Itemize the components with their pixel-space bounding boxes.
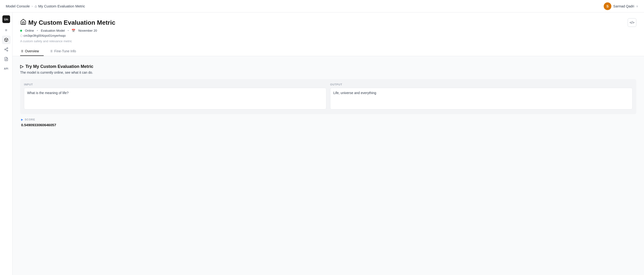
score-label: SCORE [25, 118, 35, 121]
tab-fine-tune-label: Fine-Tune Info [54, 49, 76, 53]
try-title: ▷ Try My Custom Evaluation Metric [20, 64, 636, 69]
tab-overview-icon [20, 50, 24, 53]
cube-icon [4, 38, 8, 42]
input-panel: INPUT [24, 83, 326, 110]
user-menu[interactable]: S Sarmad Qadri ∨ [604, 2, 638, 10]
tab-fine-tune-info[interactable]: Fine-Tune Info [50, 47, 81, 56]
io-grid: INPUT OUTPUT [24, 83, 632, 110]
sidebar: Un ≡ [0, 12, 12, 275]
breadcrumb-parent[interactable]: Model Console [6, 4, 30, 8]
score-arrow-icon: ▶ [21, 118, 23, 121]
user-name: Sarmad Qadri [613, 4, 634, 8]
score-value: 0.5490933060646057 [21, 123, 635, 127]
output-panel: OUTPUT [330, 83, 632, 110]
play-icon: ▷ [20, 64, 24, 69]
sidebar-item-layers[interactable]: ≡ [2, 26, 10, 34]
breadcrumb: Model Console › ⌂ My Custom Evaluation M… [6, 4, 85, 8]
id-icon: ⬡ [20, 34, 22, 38]
meta-row: Online • Evaluation Model • 📅 November 2… [20, 29, 636, 32]
top-nav: Model Console › ⌂ My Custom Evaluation M… [0, 0, 644, 12]
main-layout: Un ≡ [0, 12, 644, 275]
score-header[interactable]: ▶ SCORE [21, 118, 635, 121]
sidebar-item-api[interactable]: API [2, 64, 10, 73]
io-container: INPUT OUTPUT [20, 79, 636, 114]
svg-point-1 [7, 48, 8, 49]
breadcrumb-current: ⌂ My Custom Evaluation Metric [34, 4, 85, 8]
api-icon: API [4, 68, 8, 70]
tabs: Overview Fine-Tune Info [20, 47, 636, 56]
tab-overview[interactable]: Overview [20, 47, 44, 56]
output-label: OUTPUT [330, 83, 632, 86]
output-textarea[interactable] [330, 88, 632, 110]
page-title: My Custom Evaluation Metric [20, 19, 116, 26]
title-icon [20, 19, 26, 26]
breadcrumb-chevron: › [32, 4, 33, 8]
meta-date: November 20 [78, 29, 97, 32]
sidebar-item-cube[interactable] [2, 36, 10, 44]
status-dot [20, 30, 22, 32]
code-button[interactable]: </> [628, 18, 636, 27]
svg-point-3 [7, 50, 8, 51]
meta-id: ⬡ cm3qe3frg004zpo01myerhsqo [20, 34, 636, 38]
avatar: S [604, 2, 611, 10]
share-icon [4, 47, 8, 52]
tab-fine-tune-icon [50, 50, 53, 53]
page-header: My Custom Evaluation Metric </> Online •… [12, 12, 644, 56]
user-chevron-icon: ∨ [636, 4, 638, 8]
input-textarea[interactable] [24, 88, 326, 110]
score-section: ▶ SCORE 0.5490933060646057 [20, 118, 636, 127]
svg-line-4 [6, 50, 7, 50]
meta-id-value: cm3qe3frg004zpo01myerhsqo [24, 34, 66, 38]
content-area: My Custom Evaluation Metric </> Online •… [12, 12, 644, 275]
status-label: Online [25, 29, 34, 32]
svg-point-2 [4, 49, 6, 50]
code-icon: </> [630, 21, 634, 24]
sidebar-item-doc[interactable] [2, 55, 10, 63]
page-body: ▷ Try My Custom Evaluation Metric The mo… [12, 56, 644, 275]
try-section: ▷ Try My Custom Evaluation Metric The mo… [20, 64, 636, 127]
sidebar-item-share[interactable] [2, 45, 10, 54]
input-label: INPUT [24, 83, 326, 86]
page-title-row: My Custom Evaluation Metric </> [20, 18, 636, 27]
page-description: A custom safety and relevance metric [20, 39, 636, 43]
calendar-icon: 📅 [72, 29, 75, 32]
layers-icon: ≡ [5, 28, 7, 32]
tab-overview-label: Overview [25, 49, 39, 53]
try-description: The model is currently online, see what … [20, 70, 636, 74]
sidebar-logo[interactable]: Un [2, 15, 10, 23]
doc-icon [4, 57, 8, 61]
breadcrumb-icon: ⌂ [34, 4, 37, 8]
meta-type: Evaluation Model [41, 29, 65, 32]
svg-line-5 [6, 48, 7, 49]
